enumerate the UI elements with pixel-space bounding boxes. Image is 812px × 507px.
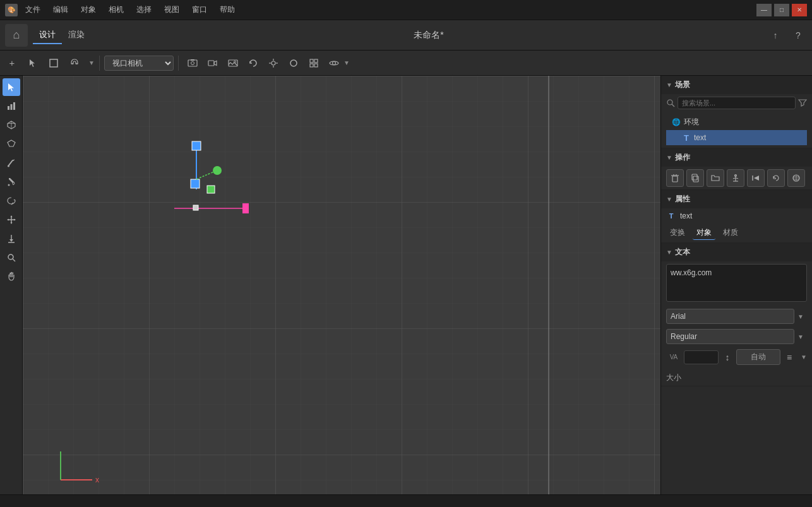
copy-button[interactable]	[686, 169, 704, 187]
reset-button[interactable]	[767, 169, 785, 187]
sphere-button[interactable]	[787, 169, 805, 187]
scene-header[interactable]: ▼ 场景	[661, 76, 812, 94]
text-content-input[interactable]: ww.x6g.com	[666, 264, 807, 302]
scene-collapse-arrow: ▼	[666, 81, 672, 88]
property-tabs: 变换 对象 材质	[661, 224, 812, 242]
align-dropdown-arrow[interactable]: ▼	[801, 354, 807, 361]
eye-dropdown-arrow[interactable]: ▼	[343, 59, 350, 66]
svg-rect-3	[188, 60, 197, 66]
font-style-select[interactable]: Regular	[666, 329, 794, 344]
prop-text-icon: T	[666, 211, 676, 221]
svg-point-4	[191, 61, 194, 64]
sidebar-tool-paint[interactable]	[3, 173, 20, 191]
ops-collapse-arrow: ▼	[666, 154, 672, 161]
camera-select[interactable]: 视口相机	[104, 56, 174, 71]
sidebar-tool-polygon[interactable]	[3, 135, 20, 153]
text-section-title: 文本	[675, 247, 690, 258]
svg-marker-32	[7, 219, 9, 221]
menu-file[interactable]: 文件	[23, 3, 43, 16]
tracking-input[interactable]: 0	[684, 350, 719, 364]
photo-icon[interactable]	[224, 54, 242, 73]
properties-header[interactable]: ▼ 属性	[661, 190, 812, 208]
font-family-select[interactable]: Arial	[666, 309, 794, 324]
tab-design[interactable]: 设计	[33, 27, 62, 44]
scene-filter-icon[interactable]	[798, 98, 807, 107]
raytracing-icon[interactable]	[264, 54, 283, 73]
tracking-icon: VA	[666, 354, 681, 361]
svg-rect-52	[242, 203, 249, 213]
svg-rect-60	[692, 174, 697, 180]
sidebar-tool-stats[interactable]	[3, 97, 20, 115]
sidebar-tool-select[interactable]	[3, 78, 20, 96]
svg-point-37	[8, 254, 13, 259]
sidebar-tool-download[interactable]	[3, 230, 20, 248]
font-style-row: Regular ▼	[661, 326, 812, 347]
tool-magnet[interactable]	[65, 54, 84, 73]
first-frame-button[interactable]	[747, 169, 765, 187]
tool-frame[interactable]	[44, 54, 63, 73]
scene-search-icon	[666, 98, 675, 107]
tool-cursor[interactable]	[23, 54, 42, 73]
home-button[interactable]: ⌂	[5, 24, 28, 47]
main-toolbar: ⌂ 设计 渲染 未命名* ↑ ?	[0, 20, 812, 51]
toolbar-separator-1	[99, 56, 100, 71]
refresh-icon[interactable]	[244, 54, 263, 73]
toolbar-right-icons: ↑ ?	[767, 27, 807, 44]
prop-text-label: text	[680, 212, 692, 220]
sidebar-tool-brush[interactable]	[3, 154, 20, 172]
upload-button[interactable]: ↑	[767, 27, 784, 44]
scene-search-input[interactable]	[678, 97, 796, 109]
video-icon[interactable]	[203, 54, 222, 73]
svg-marker-31	[10, 222, 12, 224]
right-panel: ▼ 场景 🌐 环境 T text	[660, 76, 812, 494]
close-button[interactable]: ✕	[792, 4, 807, 16]
svg-rect-16	[314, 59, 318, 63]
svg-marker-33	[14, 219, 16, 221]
menu-object[interactable]: 对象	[78, 3, 99, 16]
text-object-label: text	[694, 133, 706, 142]
capture-icon[interactable]	[183, 54, 202, 73]
tab-material[interactable]: 材质	[719, 226, 742, 240]
svg-point-25	[8, 165, 9, 167]
sidebar-tool-box[interactable]	[3, 116, 20, 134]
tool-dropdown-arrow[interactable]: ▼	[88, 59, 95, 66]
help-button[interactable]: ?	[789, 27, 807, 44]
sidebar-tool-move[interactable]	[3, 211, 20, 229]
svg-point-53	[667, 100, 672, 105]
sidebar-tool-lasso[interactable]	[3, 192, 20, 210]
eye-icon[interactable]	[325, 54, 343, 73]
tab-transform[interactable]: 变换	[666, 226, 689, 240]
menu-view[interactable]: 视图	[162, 3, 182, 16]
menu-help[interactable]: 帮助	[217, 3, 237, 16]
anchor-button[interactable]	[727, 169, 744, 187]
folder-button[interactable]	[707, 169, 724, 187]
props-collapse-arrow: ▼	[666, 196, 672, 203]
operations-header[interactable]: ▼ 操作	[661, 148, 812, 167]
menu-camera[interactable]: 相机	[106, 3, 126, 16]
minimize-button[interactable]: —	[756, 4, 772, 16]
svg-line-38	[13, 259, 15, 261]
circle-toggle[interactable]	[284, 54, 303, 73]
viewport[interactable]: x	[23, 76, 660, 494]
svg-line-54	[672, 104, 674, 107]
tool-add[interactable]: +	[3, 54, 21, 73]
titlebar: 🎨 文件 编辑 对象 相机 选择 视图 窗口 帮助 — □ ✕	[0, 0, 812, 20]
text-section: ▼ 文本 ww.x6g.com Arial ▼ Regular ▼	[661, 243, 812, 386]
menu-window[interactable]: 窗口	[189, 3, 210, 16]
svg-marker-65	[754, 176, 759, 181]
grid-icon[interactable]	[304, 54, 323, 73]
tab-render[interactable]: 渲染	[62, 27, 91, 44]
svg-marker-35	[9, 239, 13, 242]
scene-item-text[interactable]: T text	[666, 130, 807, 145]
scene-item-environment[interactable]: 🌐 环境	[666, 114, 807, 130]
menu-edit[interactable]: 编辑	[51, 3, 71, 16]
sidebar-tool-hand[interactable]	[3, 268, 20, 285]
delete-button[interactable]	[666, 169, 684, 187]
text-section-header[interactable]: ▼ 文本	[661, 243, 812, 261]
maximize-button[interactable]: □	[774, 4, 789, 16]
app-icon: 🎨	[5, 4, 18, 16]
svg-rect-59	[693, 176, 698, 182]
menu-select[interactable]: 选择	[134, 3, 154, 16]
tab-object[interactable]: 对象	[693, 226, 715, 240]
sidebar-tool-search[interactable]	[3, 249, 20, 266]
